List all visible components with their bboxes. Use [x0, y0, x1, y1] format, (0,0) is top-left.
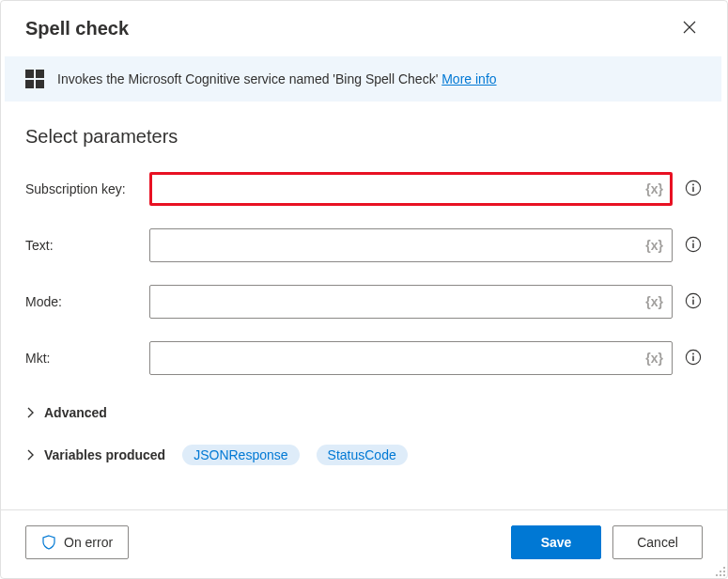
variables-produced-toggle[interactable]: Variables produced JSONResponse StatusCo… — [25, 437, 703, 473]
svg-point-1 — [692, 183, 694, 185]
mode-input-wrap: {x} — [149, 285, 673, 319]
footer-actions: Save Cancel — [511, 525, 703, 559]
mode-input[interactable] — [149, 285, 673, 319]
svg-point-17 — [723, 574, 725, 576]
variable-chip-status-code[interactable]: StatusCode — [317, 445, 408, 465]
info-icon — [685, 180, 702, 199]
svg-point-12 — [723, 567, 725, 569]
variable-chip-json-response[interactable]: JSONResponse — [182, 445, 299, 465]
dialog-title: Spell check — [25, 18, 129, 39]
info-icon — [685, 236, 702, 256]
spell-check-dialog: Spell check Invokes the Microsoft Cognit… — [0, 0, 728, 579]
svg-rect-2 — [692, 186, 693, 191]
mkt-info-button[interactable] — [684, 349, 703, 368]
advanced-label: Advanced — [44, 405, 107, 420]
subscription-key-input-wrap: {x} — [149, 172, 673, 206]
cancel-button[interactable]: Cancel — [612, 525, 703, 559]
info-icon — [685, 292, 702, 312]
param-row-mkt: Mkt: {x} — [25, 341, 703, 375]
subscription-key-input[interactable] — [149, 172, 673, 206]
info-banner: Invokes the Microsoft Cognitive service … — [5, 56, 721, 102]
close-button[interactable] — [676, 14, 703, 43]
param-row-subscription-key: Subscription key: {x} — [25, 172, 703, 206]
svg-rect-11 — [692, 355, 693, 360]
save-button[interactable]: Save — [511, 525, 601, 559]
on-error-label: On error — [64, 535, 113, 550]
mode-label: Mode: — [25, 294, 146, 309]
windows-icon — [25, 70, 44, 88]
chevron-right-icon — [25, 449, 37, 461]
mkt-input-wrap: {x} — [149, 341, 673, 375]
mkt-label: Mkt: — [25, 351, 146, 366]
dialog-body: Select parameters Subscription key: {x} … — [1, 102, 727, 509]
shield-icon — [41, 535, 56, 550]
svg-point-10 — [692, 352, 694, 354]
advanced-toggle[interactable]: Advanced — [25, 398, 703, 428]
svg-point-7 — [692, 296, 694, 298]
mkt-input[interactable] — [149, 341, 673, 375]
chevron-right-icon — [25, 407, 37, 418]
section-title: Select parameters — [25, 126, 703, 148]
subscription-key-info-button[interactable] — [684, 180, 703, 198]
svg-point-13 — [720, 571, 721, 572]
svg-point-14 — [723, 571, 725, 572]
text-label: Text: — [25, 238, 146, 253]
text-input-wrap: {x} — [149, 228, 673, 262]
dialog-header: Spell check — [1, 1, 727, 56]
banner-text: Invokes the Microsoft Cognitive service … — [57, 71, 497, 86]
variables-produced-label: Variables produced — [44, 447, 165, 462]
param-row-mode: Mode: {x} — [25, 285, 703, 319]
svg-point-4 — [692, 240, 694, 242]
more-info-link[interactable]: More info — [441, 71, 496, 86]
info-icon — [685, 349, 702, 368]
banner-description: Invokes the Microsoft Cognitive service … — [57, 71, 441, 86]
svg-rect-5 — [692, 243, 693, 247]
text-info-button[interactable] — [684, 236, 703, 255]
close-icon — [682, 20, 697, 38]
on-error-button[interactable]: On error — [25, 525, 129, 559]
subscription-key-label: Subscription key: — [25, 181, 146, 196]
dialog-footer: On error Save Cancel — [1, 509, 727, 578]
param-row-text: Text: {x} — [25, 228, 703, 262]
mode-info-button[interactable] — [684, 292, 703, 311]
svg-point-16 — [720, 574, 721, 576]
svg-rect-8 — [692, 299, 693, 304]
resize-handle[interactable] — [713, 564, 726, 577]
svg-point-15 — [716, 574, 718, 576]
text-input[interactable] — [149, 228, 673, 262]
